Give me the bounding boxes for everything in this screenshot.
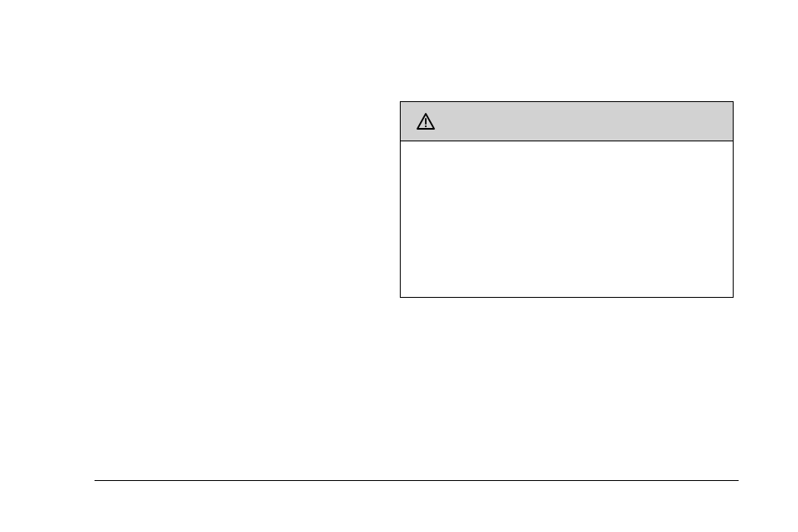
warning-triangle-icon <box>416 111 436 131</box>
callout-box <box>400 101 734 298</box>
callout-body <box>401 141 733 161</box>
footer-divider <box>95 480 739 481</box>
callout-header <box>401 102 733 141</box>
svg-point-1 <box>425 125 427 127</box>
